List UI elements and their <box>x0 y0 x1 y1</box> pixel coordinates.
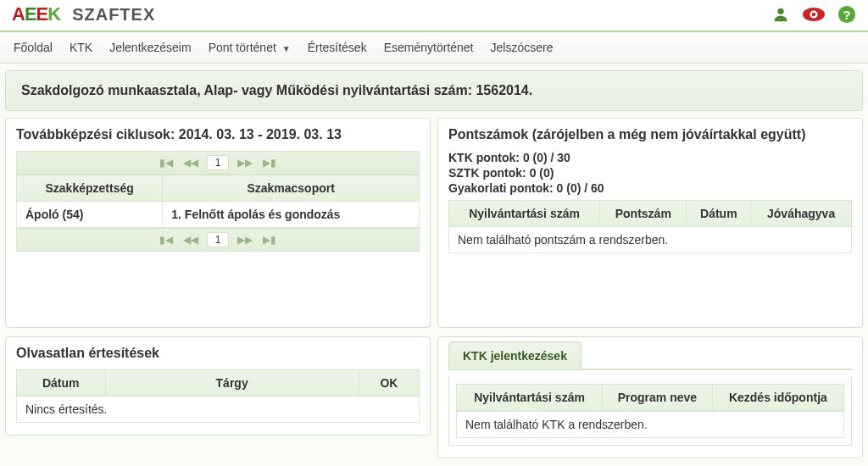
chevron-down-icon: ▼ <box>282 44 291 53</box>
pager-prev-icon[interactable]: ◀◀ <box>181 234 200 246</box>
applications-tabpane: Nyilvántartási szám Program neve Kezdés … <box>448 377 852 446</box>
unread-table: Dátum Tárgy OK Nincs értesítés. <box>16 369 420 423</box>
help-icon[interactable]: ? <box>837 5 856 24</box>
unread-empty-message: Nincs értesítés. <box>17 397 420 423</box>
points-line-ktk: KTK pontok: 0 (0) / 30 <box>448 151 852 164</box>
nav-pont-tortenet-label: Pont történet <box>209 41 276 54</box>
pager-last-icon[interactable]: ▶▮ <box>261 157 278 169</box>
apps-col-regnum: Nyilvántartási szám <box>457 385 603 412</box>
points-empty-message: Nem található pontszám a rendszerben. <box>449 227 852 253</box>
points-label: Gyakorlati pontok: <box>448 181 554 195</box>
svg-text:?: ? <box>843 8 851 22</box>
applications-tabstrip: KTK jelentkezések <box>448 341 852 370</box>
pager-next-icon[interactable]: ▶▶ <box>236 234 254 246</box>
user-icon[interactable] <box>771 5 790 24</box>
eye-icon[interactable] <box>802 5 826 24</box>
points-col-regnum: Nyilvántartási szám <box>449 201 600 227</box>
nav-fooldal[interactable]: Főoldal <box>14 41 53 54</box>
points-col-score: Pontszám <box>600 201 687 227</box>
brand-area: AEEK SZAFTEX <box>12 3 155 25</box>
points-value: 0 (0) <box>530 166 554 180</box>
cycles-pager-top: ▮◀ ◀◀ 1 ▶▶ ▶▮ <box>16 151 420 175</box>
pager-current-page: 1 <box>207 155 230 170</box>
table-row[interactable]: Ápoló (54) 1. Felnőtt ápolás és gondozás <box>17 202 420 228</box>
cell-group: 1. Felnőtt ápolás és gondozás <box>163 202 420 228</box>
cell-qualification: Ápoló (54) <box>17 202 163 228</box>
tab-ktk-applications[interactable]: KTK jelentkezések <box>448 341 581 369</box>
header-icons: ? <box>771 5 856 24</box>
svg-point-0 <box>777 8 783 14</box>
cycles-pager-bottom: ▮◀ ◀◀ 1 ▶▶ ▶▮ <box>16 228 420 252</box>
unread-col-subject: Tárgy <box>105 370 359 397</box>
points-col-approved: Jóváhagyva <box>751 201 852 227</box>
nav-ktk[interactable]: KTK <box>70 41 92 54</box>
nav-jelentkezeseim[interactable]: Jelentkezéseim <box>109 41 192 54</box>
points-table: Nyilvántartási szám Pontszám Dátum Jóváh… <box>448 200 852 253</box>
cycles-col-group: Szakmacsoport <box>163 175 420 202</box>
header-bar: AEEK SZAFTEX ? <box>0 0 868 32</box>
svg-point-3 <box>812 13 816 17</box>
nav-esemenytortenet[interactable]: Eseménytörténet <box>384 41 474 54</box>
pager-first-icon[interactable]: ▮◀ <box>158 157 175 169</box>
nav-ertesitesek[interactable]: Értesítések <box>308 41 367 54</box>
unread-col-ok: OK <box>359 370 419 397</box>
pager-first-icon[interactable]: ▮◀ <box>158 234 175 246</box>
pager-prev-icon[interactable]: ◀◀ <box>181 157 200 169</box>
applications-panel: KTK jelentkezések Nyilvántartási szám Pr… <box>437 336 863 458</box>
logo-aeek: AEEK <box>12 3 60 25</box>
nav-pont-tortenet[interactable]: Pont történet ▼ <box>209 41 291 54</box>
points-panel-title: Pontszámok (zárójelben a még nem jóváírt… <box>448 127 852 142</box>
table-row: Nem található pontszám a rendszerben. <box>449 227 852 253</box>
points-panel: Pontszámok (zárójelben a még nem jóváírt… <box>437 118 863 328</box>
cycles-table: Szakképzettség Szakmacsoport Ápoló (54) … <box>16 175 420 228</box>
pager-current-page: 1 <box>207 232 230 247</box>
points-col-date: Dátum <box>687 201 751 227</box>
points-line-sztk: SZTK pontok: 0 (0) <box>448 166 852 180</box>
main-nav: Főoldal KTK Jelentkezéseim Pont történet… <box>0 32 868 64</box>
applications-table: Nyilvántartási szám Program neve Kezdés … <box>456 384 844 438</box>
left-column: Továbbképzési ciklusok: 2014. 03. 13 - 2… <box>5 118 431 466</box>
points-value: 0 (0) / 60 <box>557 181 604 195</box>
table-row: Nem található KTK a rendszerben. <box>457 411 844 437</box>
apps-empty-message: Nem található KTK a rendszerben. <box>457 411 844 437</box>
points-label: SZTK pontok: <box>448 166 526 180</box>
columns: Továbbképzési ciklusok: 2014. 03. 13 - 2… <box>5 118 863 466</box>
cycles-panel: Továbbképzési ciklusok: 2014. 03. 13 - 2… <box>5 118 431 328</box>
table-row: Nincs értesítés. <box>17 397 420 423</box>
points-line-practice: Gyakorlati pontok: 0 (0) / 60 <box>448 181 852 195</box>
points-value: 0 (0) / 30 <box>523 151 570 164</box>
page-title: Szakdolgozó munkaasztala, Alap- vagy Műk… <box>5 70 863 111</box>
cycles-col-qualification: Szakképzettség <box>17 175 163 202</box>
unread-panel-title: Olvasatlan értesítések <box>16 346 420 361</box>
site-name: SZAFTEX <box>72 5 155 25</box>
page-body: Szakdolgozó munkaasztala, Alap- vagy Műk… <box>0 64 868 466</box>
nav-jelszocsere[interactable]: Jelszócsere <box>491 41 554 54</box>
pager-last-icon[interactable]: ▶▮ <box>261 234 278 246</box>
apps-col-program: Program neve <box>603 385 713 412</box>
cycles-panel-title: Továbbképzési ciklusok: 2014. 03. 13 - 2… <box>16 127 420 142</box>
apps-col-start: Kezdés időpontja <box>712 385 843 412</box>
right-column: Pontszámok (zárójelben a még nem jóváírt… <box>437 118 863 466</box>
unread-col-date: Dátum <box>17 370 106 397</box>
unread-panel: Olvasatlan értesítések Dátum Tárgy OK Ni… <box>5 336 431 435</box>
points-label: KTK pontok: <box>448 151 520 164</box>
pager-next-icon[interactable]: ▶▶ <box>236 157 254 169</box>
